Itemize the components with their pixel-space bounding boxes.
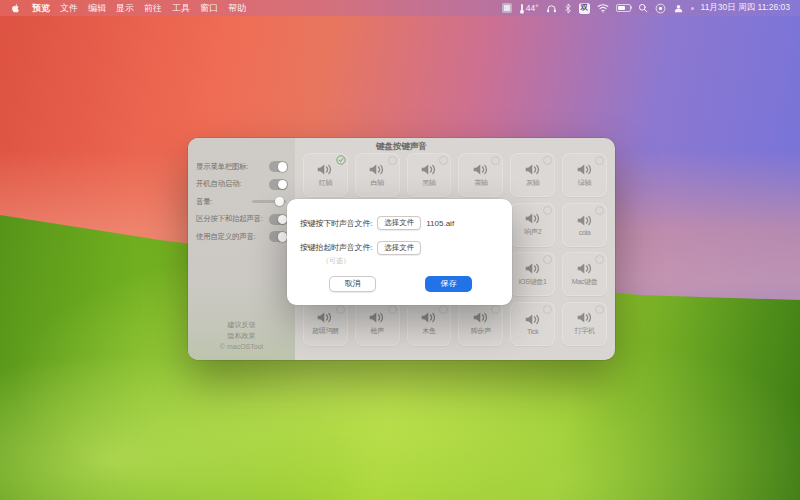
footer-link[interactable]: 建议反馈 xyxy=(188,320,295,331)
tile-label: 红轴 xyxy=(319,178,332,188)
file-dialog: 按键按下时声音文件: 选择文件 1105.aif 按键抬起时声音文件: （可选）… xyxy=(287,199,512,305)
setting-label: 显示菜单栏图标: xyxy=(196,162,248,172)
app-menubar-icon[interactable] xyxy=(502,3,512,13)
speaker-icon xyxy=(577,262,593,275)
radio-icon xyxy=(543,156,552,165)
radio-icon xyxy=(595,305,604,314)
sound-tile-iOS键盘1[interactable]: iOS键盘1 xyxy=(510,252,555,296)
search-icon[interactable] xyxy=(638,3,648,13)
wifi-icon[interactable] xyxy=(597,3,609,13)
radio-icon xyxy=(439,156,448,165)
menu-item[interactable]: 文件 xyxy=(55,2,83,15)
speaker-icon xyxy=(473,163,489,176)
menu-bar-clock[interactable]: 11月30日 周四 11:26:03 xyxy=(701,2,790,14)
sound-tile-黑轴[interactable]: 黑轴 xyxy=(407,153,452,197)
sidebar: 显示菜单栏图标:开机自动启动:音量:区分按下和抬起声音:使用自定义的声音: 建议… xyxy=(188,138,295,360)
menu-item[interactable]: 预览 xyxy=(27,2,55,15)
radio-icon xyxy=(595,206,604,215)
volume-slider[interactable] xyxy=(252,200,286,203)
sound-tile-红轴[interactable]: 红轴 xyxy=(303,153,348,197)
speaker-icon xyxy=(525,262,541,275)
tile-label: 打字机 xyxy=(575,326,595,336)
menu-bar-status: 44° 双 11月30日 周四 11:26:03 xyxy=(502,2,790,14)
release-label-stack: 按键抬起时声音文件: （可选） xyxy=(300,241,372,266)
tile-label: 白轴 xyxy=(371,178,384,188)
sound-tile-Mac键盘[interactable]: Mac键盘 xyxy=(562,252,607,296)
toggle-switch[interactable] xyxy=(269,161,288,172)
sound-tile-打字机[interactable]: 打字机 xyxy=(562,302,607,346)
press-sound-label: 按键按下时声音文件: xyxy=(300,217,372,230)
menu-item[interactable]: 前往 xyxy=(139,2,167,15)
sound-tile-枪声[interactable]: 枪声 xyxy=(355,302,400,346)
sound-tile-响声2[interactable]: 响声2 xyxy=(510,203,555,247)
sound-tile-cola[interactable]: cola xyxy=(562,203,607,247)
menu-bar: 预览文件编辑显示前往工具窗口帮助 44° 双 xyxy=(0,0,800,16)
toggle-switch[interactable] xyxy=(269,179,288,190)
radio-icon xyxy=(543,206,552,215)
sound-tile-茶轴[interactable]: 茶轴 xyxy=(458,153,503,197)
choose-press-file-button[interactable]: 选择文件 xyxy=(377,216,421,230)
tile-label: 响声2 xyxy=(524,227,541,237)
sidebar-footer-links: 建议反馈隐私政策 xyxy=(188,320,295,342)
sidebar-footer: 建议反馈隐私政策 © macOSTool xyxy=(188,320,295,353)
tile-label: 脚步声 xyxy=(471,326,491,336)
toggle-knob xyxy=(278,215,288,225)
sound-tile-白轴[interactable]: 白轴 xyxy=(355,153,400,197)
desktop: 预览文件编辑显示前往工具窗口帮助 44° 双 xyxy=(0,0,800,500)
menu-item[interactable]: 窗口 xyxy=(195,2,223,15)
speaker-icon xyxy=(369,311,385,324)
tile-label: 超级玛丽 xyxy=(312,326,339,336)
menu-item[interactable]: 帮助 xyxy=(223,2,251,15)
radio-icon xyxy=(491,305,500,314)
radio-icon xyxy=(439,305,448,314)
battery-icon[interactable] xyxy=(616,4,631,13)
footer-link[interactable]: 隐私政策 xyxy=(188,331,295,342)
sound-tile-脚步声[interactable]: 脚步声 xyxy=(458,302,503,346)
toggle-knob xyxy=(278,162,288,172)
control-center-icon[interactable] xyxy=(655,3,666,14)
bluetooth-icon[interactable] xyxy=(564,3,572,14)
tile-label: 灰轴 xyxy=(526,178,539,188)
input-method-icon[interactable]: 双 xyxy=(579,3,590,14)
toggle-switch[interactable] xyxy=(269,214,288,225)
speaker-icon xyxy=(525,163,541,176)
radio-icon xyxy=(595,156,604,165)
speaker-icon xyxy=(577,214,593,227)
menu-items: 预览文件编辑显示前往工具窗口帮助 xyxy=(27,2,251,15)
temperature-item[interactable]: 44° xyxy=(519,3,539,14)
sound-tile-木鱼[interactable]: 木鱼 xyxy=(407,302,452,346)
tile-label: 枪声 xyxy=(371,326,384,336)
sound-tile-灰轴[interactable]: 灰轴 xyxy=(510,153,555,197)
tile-label: Mac键盘 xyxy=(572,277,598,287)
tile-label: 木鱼 xyxy=(422,326,435,336)
sound-tile-Tick[interactable]: Tick xyxy=(510,302,555,346)
thermometer-icon xyxy=(519,3,525,14)
menu-item[interactable]: 显示 xyxy=(111,2,139,15)
sound-tile-绿轴[interactable]: 绿轴 xyxy=(562,153,607,197)
slider-knob[interactable] xyxy=(275,197,284,206)
apple-menu-icon[interactable] xyxy=(10,2,21,14)
toggle-knob xyxy=(278,232,288,242)
setting-row: 显示菜单栏图标: xyxy=(188,158,295,176)
headphones-icon[interactable] xyxy=(546,3,557,14)
cancel-button[interactable]: 取消 xyxy=(329,276,376,292)
radio-icon xyxy=(543,255,552,264)
tile-label: iOS键盘1 xyxy=(519,277,547,287)
menu-item[interactable]: 工具 xyxy=(167,2,195,15)
setting-label: 开机自动启动: xyxy=(196,179,241,189)
speaker-icon xyxy=(317,311,333,324)
save-button[interactable]: 保存 xyxy=(425,276,472,292)
menu-item[interactable]: 编辑 xyxy=(83,2,111,15)
speaker-icon xyxy=(421,311,437,324)
choose-release-file-button[interactable]: 选择文件 xyxy=(377,241,421,255)
tile-label: 绿轴 xyxy=(578,178,591,188)
release-sound-label: 按键抬起时声音文件: xyxy=(300,241,372,254)
toggle-switch[interactable] xyxy=(269,231,288,242)
speaker-icon xyxy=(577,163,593,176)
speaker-icon xyxy=(525,313,541,326)
setting-label: 音量: xyxy=(196,197,212,207)
user-switch-icon[interactable] xyxy=(673,3,684,14)
sound-tile-超级玛丽[interactable]: 超级玛丽 xyxy=(303,302,348,346)
speaker-icon xyxy=(317,163,333,176)
speaker-icon xyxy=(421,163,437,176)
